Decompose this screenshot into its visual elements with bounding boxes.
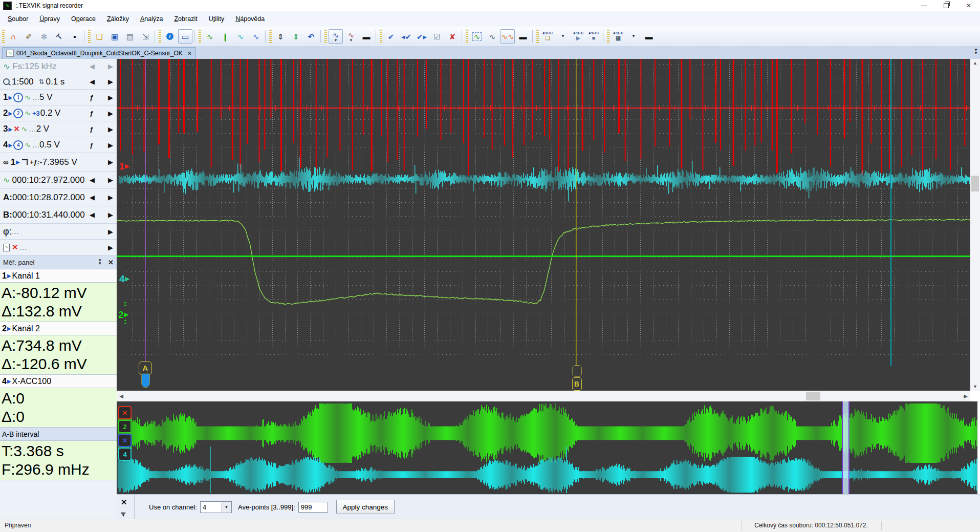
chevron-down-icon[interactable]: ▼: [222, 502, 231, 512]
overview-ch4-button[interactable]: 4: [118, 448, 132, 461]
zoom-out-arrow[interactable]: ◀: [90, 78, 95, 86]
gear-search-icon[interactable]: ✻: [37, 29, 51, 44]
pen-tool-icon[interactable]: ✐: [21, 29, 36, 44]
channel-input-icon[interactable]: 2: [13, 109, 23, 118]
menu-item-soubor[interactable]: Soubor: [2, 11, 34, 27]
channel-1-row[interactable]: 1▶1∿... 5 Vƒ▶: [0, 90, 117, 105]
menu-item-zobrazit[interactable]: Zobrazit: [168, 11, 203, 27]
abc-stop-icon[interactable]: A:B+C■: [586, 29, 601, 44]
vertical-scroll-thumb[interactable]: [971, 176, 979, 191]
confirm-next-icon[interactable]: ✔▸: [415, 29, 429, 44]
channel-expand-arrow[interactable]: ▶: [108, 110, 113, 117]
selection-wave-icon[interactable]: ∿: [470, 29, 484, 44]
toolbar-handle[interactable]: [159, 30, 161, 43]
export-screen-icon[interactable]: ⇲: [138, 29, 153, 44]
trigger-row[interactable]: ∞ 1 ▶ +ƒ: -7.3965 V ▶: [0, 153, 117, 172]
main-plot-area[interactable]: 1▶ 4▶ ↧ 2▶ ↥ A B: [117, 59, 970, 391]
toolbar-handle[interactable]: [199, 30, 201, 43]
coupling-icon[interactable]: ∿: [25, 93, 31, 101]
hammer-tool-icon[interactable]: T: [52, 29, 67, 44]
cursor-a-right-arrow[interactable]: ▶: [108, 194, 113, 201]
overview-ch3-off-button[interactable]: ✕: [118, 434, 132, 447]
close-button[interactable]: ✕: [957, 0, 980, 11]
power-button-icon[interactable]: ∩: [6, 29, 20, 44]
abc-play-icon[interactable]: A:B+C▶: [571, 29, 585, 44]
vertical-scrollbar[interactable]: ▲ ▼: [970, 59, 980, 391]
time-cursor-row[interactable]: ∿ 000:10:27.972.000 ◀▶: [0, 172, 117, 189]
channel-select[interactable]: 4 ▼: [200, 501, 232, 513]
confirm-icon[interactable]: ✔: [384, 29, 398, 44]
math-arrow[interactable]: ▶: [108, 244, 113, 251]
save-file-icon[interactable]: ▣: [107, 29, 122, 44]
view-red-menu-icon[interactable]: ∿▼: [344, 29, 358, 44]
zoom-in-arrow[interactable]: ▶: [108, 78, 113, 86]
auto-range-icon[interactable]: ƒ: [90, 125, 93, 133]
menu-item-utility[interactable]: Utility: [203, 11, 230, 27]
channel-3-row[interactable]: 3▶✕∿... 2 Vƒ▶: [0, 121, 117, 137]
cursor-a-flag[interactable]: A: [138, 361, 153, 387]
trigger-arrow[interactable]: ▶: [108, 158, 113, 166]
horizontal-scrollbar[interactable]: ◀ ▶: [117, 391, 970, 401]
fit-vertical-all-icon[interactable]: ⇕: [289, 29, 303, 44]
scroll-left-icon[interactable]: ◀: [117, 393, 126, 399]
measure-group-header-x-acc100[interactable]: 4▶X-ACC100: [0, 375, 117, 388]
waveform-canvas[interactable]: [117, 59, 970, 391]
menu-item-záložky[interactable]: Záložky: [101, 11, 135, 27]
delete-marked-icon[interactable]: ✘: [445, 29, 460, 44]
panel-close-icon[interactable]: ✕: [108, 259, 114, 266]
checklist-icon[interactable]: ☑: [430, 29, 444, 44]
fs-increase-arrow[interactable]: ▶: [108, 62, 113, 70]
document-tab[interactable]: ∿ 004_Skoda_OctaviaIII_Doupnik_ColdStart…: [2, 47, 196, 59]
panel-collapse-icon[interactable]: ▼: [121, 513, 125, 517]
collapse-dash-icon[interactable]: ▬: [359, 29, 374, 44]
print-icon[interactable]: ▤: [123, 29, 137, 44]
tab-close-icon[interactable]: ✕: [187, 50, 192, 57]
overview-ch1-off-button[interactable]: ✕: [118, 406, 132, 419]
menu-item-operace[interactable]: Operace: [66, 11, 101, 27]
auto-range-icon[interactable]: ƒ: [90, 110, 93, 117]
abc-folder-icon[interactable]: A:B+C❏: [540, 29, 555, 44]
channel-off-icon[interactable]: ✕: [13, 124, 20, 134]
fit-vertical-icon[interactable]: ⇕: [273, 29, 288, 44]
overview-canvas[interactable]: [117, 401, 977, 494]
separator-dash-icon[interactable]: ▪: [68, 29, 82, 44]
panel-menu-icon[interactable]: ▼▼: [98, 259, 102, 265]
overview-ch2-button[interactable]: 2: [118, 420, 132, 433]
restore-button[interactable]: [935, 0, 957, 11]
apply-changes-button[interactable]: Apply changes: [336, 500, 395, 514]
channel-2-row[interactable]: 2▶2∿+3 0.2 Vƒ▶: [0, 105, 117, 121]
measure-group-header-a-b-interval[interactable]: A-B interval: [0, 428, 117, 441]
screen-wave-icon[interactable]: ∿: [203, 29, 217, 44]
cursor-b-flag-handle[interactable]: [572, 365, 582, 377]
menu-item-nápověda[interactable]: Nápověda: [230, 11, 270, 27]
ave-points-input[interactable]: 999: [298, 502, 328, 513]
coupling-icon[interactable]: ∿: [25, 141, 31, 149]
sample-rate-row[interactable]: ∿ Fs:125 kHz ◀▶: [0, 59, 117, 74]
channel-input-icon[interactable]: 1: [13, 93, 23, 102]
view-wave-menu-icon[interactable]: ∿▼: [329, 29, 343, 44]
fs-decrease-arrow[interactable]: ◀: [90, 62, 95, 70]
cursor-b-right-arrow[interactable]: ▶: [108, 211, 113, 219]
wave-cut-icon[interactable]: ∿: [233, 29, 248, 44]
averaging-tool-icon[interactable]: ∿∿: [500, 29, 515, 44]
minimize-button[interactable]: [912, 0, 935, 11]
wave-check-icon[interactable]: ∿: [249, 29, 263, 44]
measure-group-header-kan-l-2[interactable]: 2▶Kanál 2: [0, 322, 117, 335]
abc-terminal-icon[interactable]: A:B+C▦: [611, 29, 625, 44]
auto-range-icon[interactable]: ƒ: [90, 141, 93, 149]
toolbar-handle[interactable]: [269, 30, 272, 43]
time-left-arrow[interactable]: ◀: [90, 176, 95, 184]
scroll-right-icon[interactable]: ▶: [961, 393, 970, 399]
toolbar-handle[interactable]: [88, 30, 91, 43]
display-toggle-icon[interactable]: ▭: [178, 29, 192, 44]
scroll-down-icon[interactable]: ▼: [970, 384, 980, 389]
channel-4-row[interactable]: 4▶4∿... 0.5 Vƒ▶: [0, 137, 117, 153]
open-file-icon[interactable]: ❏: [92, 29, 106, 44]
phase-arrow[interactable]: ▶: [108, 228, 113, 236]
plot-channel1-label[interactable]: 1▶: [119, 161, 129, 171]
scroll-up-icon[interactable]: ▲: [970, 60, 980, 66]
coupling-icon[interactable]: ∿: [25, 109, 31, 117]
horizontal-scroll-thumb[interactable]: [806, 392, 820, 400]
channel-expand-arrow[interactable]: ▶: [108, 94, 113, 101]
info-icon[interactable]: i: [163, 29, 177, 44]
